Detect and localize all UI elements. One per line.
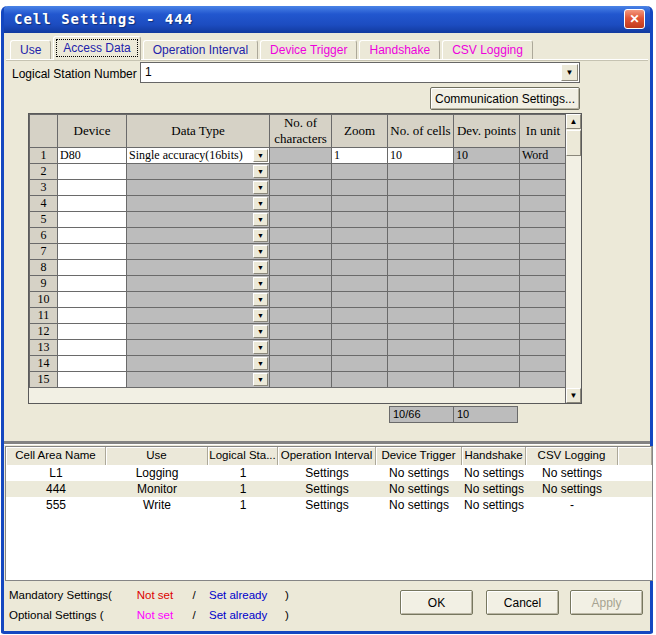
row-number-cell[interactable]: 12 xyxy=(30,324,58,340)
zoom-cell[interactable] xyxy=(332,324,388,340)
device-cell[interactable] xyxy=(58,292,127,308)
data-type-dropdown-button[interactable]: ▼ xyxy=(253,293,268,306)
row-number-cell[interactable]: 4 xyxy=(30,196,58,212)
row-number-cell[interactable]: 5 xyxy=(30,212,58,228)
no-of-cells-cell[interactable] xyxy=(388,356,454,372)
data-type-cell[interactable]: ▼ xyxy=(127,244,270,260)
data-type-dropdown-button[interactable]: ▼ xyxy=(253,149,268,162)
device-cell[interactable] xyxy=(58,356,127,372)
data-type-dropdown-button[interactable]: ▼ xyxy=(253,197,268,210)
zoom-cell[interactable] xyxy=(332,244,388,260)
list-row[interactable]: 555Write1SettingsNo settingsNo settings- xyxy=(6,497,652,513)
no-of-cells-cell[interactable] xyxy=(388,340,454,356)
zoom-cell[interactable] xyxy=(332,340,388,356)
no-of-cells-cell[interactable]: 10 xyxy=(388,148,454,164)
row-number-cell[interactable]: 13 xyxy=(30,340,58,356)
ok-button[interactable]: OK xyxy=(400,590,473,615)
zoom-cell[interactable] xyxy=(332,196,388,212)
list-column-header[interactable]: Device Trigger xyxy=(376,447,462,465)
logical-station-number-combo[interactable]: 1 ▼ xyxy=(140,62,580,83)
no-of-cells-cell[interactable] xyxy=(388,324,454,340)
no-of-cells-cell[interactable] xyxy=(388,228,454,244)
row-number-cell[interactable]: 7 xyxy=(30,244,58,260)
tab-csv-logging[interactable]: CSV Logging xyxy=(442,40,533,60)
device-cell[interactable] xyxy=(58,196,127,212)
data-type-cell[interactable]: ▼ xyxy=(127,212,270,228)
device-cell[interactable] xyxy=(58,372,127,388)
scroll-down-button[interactable]: ▼ xyxy=(566,388,581,403)
list-column-header[interactable]: Logical Sta... xyxy=(208,447,278,465)
data-type-dropdown-button[interactable]: ▼ xyxy=(253,325,268,338)
no-of-cells-cell[interactable] xyxy=(388,212,454,228)
zoom-cell[interactable] xyxy=(332,308,388,324)
list-column-header[interactable]: CSV Logging xyxy=(526,447,618,465)
list-column-header[interactable]: Operation Interval xyxy=(278,447,376,465)
data-type-dropdown-button[interactable]: ▼ xyxy=(253,309,268,322)
zoom-cell[interactable] xyxy=(332,292,388,308)
combo-dropdown-button[interactable]: ▼ xyxy=(561,64,578,81)
device-cell[interactable] xyxy=(58,212,127,228)
data-type-dropdown-button[interactable]: ▼ xyxy=(253,245,268,258)
list-column-header[interactable]: Use xyxy=(106,447,208,465)
data-type-cell[interactable]: ▼ xyxy=(127,292,270,308)
no-of-cells-cell[interactable] xyxy=(388,196,454,212)
device-cell[interactable] xyxy=(58,180,127,196)
row-number-cell[interactable]: 10 xyxy=(30,292,58,308)
zoom-cell[interactable]: 1 xyxy=(332,148,388,164)
data-type-cell[interactable]: ▼ xyxy=(127,372,270,388)
row-number-cell[interactable]: 6 xyxy=(30,228,58,244)
no-of-cells-cell[interactable] xyxy=(388,372,454,388)
no-of-cells-cell[interactable] xyxy=(388,292,454,308)
data-type-dropdown-button[interactable]: ▼ xyxy=(253,213,268,226)
data-type-dropdown-button[interactable]: ▼ xyxy=(253,373,268,386)
close-button[interactable]: ✕ xyxy=(624,9,645,29)
data-type-cell[interactable]: ▼ xyxy=(127,276,270,292)
tab-use[interactable]: Use xyxy=(10,40,51,60)
data-type-dropdown-button[interactable]: ▼ xyxy=(253,229,268,242)
list-column-header[interactable]: Handshake xyxy=(462,447,526,465)
data-type-cell[interactable]: ▼ xyxy=(127,228,270,244)
data-type-cell[interactable]: ▼ xyxy=(127,196,270,212)
data-type-cell[interactable]: ▼ xyxy=(127,308,270,324)
no-of-cells-cell[interactable] xyxy=(388,276,454,292)
data-type-dropdown-button[interactable]: ▼ xyxy=(253,261,268,274)
cancel-button[interactable]: Cancel xyxy=(486,590,559,615)
data-type-dropdown-button[interactable]: ▼ xyxy=(253,181,268,194)
device-cell[interactable]: D80 xyxy=(58,148,127,164)
row-number-cell[interactable]: 2 xyxy=(30,164,58,180)
row-number-cell[interactable]: 15 xyxy=(30,372,58,388)
device-cell[interactable] xyxy=(58,244,127,260)
device-cell[interactable] xyxy=(58,260,127,276)
tab-handshake[interactable]: Handshake xyxy=(359,40,440,60)
data-type-cell[interactable]: ▼ xyxy=(127,340,270,356)
row-number-cell[interactable]: 1 xyxy=(30,148,58,164)
device-cell[interactable] xyxy=(58,164,127,180)
zoom-cell[interactable] xyxy=(332,276,388,292)
zoom-cell[interactable] xyxy=(332,260,388,276)
list-row[interactable]: L1Logging1SettingsNo settingsNo settings… xyxy=(6,465,652,481)
zoom-cell[interactable] xyxy=(332,372,388,388)
device-cell[interactable] xyxy=(58,324,127,340)
tab-access-data[interactable]: Access Data xyxy=(53,36,140,60)
zoom-cell[interactable] xyxy=(332,356,388,372)
no-of-cells-cell[interactable] xyxy=(388,260,454,276)
row-number-cell[interactable]: 8 xyxy=(30,260,58,276)
data-type-cell[interactable]: ▼ xyxy=(127,324,270,340)
scroll-up-button[interactable]: ▲ xyxy=(566,114,581,129)
data-type-cell[interactable]: ▼ xyxy=(127,356,270,372)
zoom-cell[interactable] xyxy=(332,164,388,180)
tab-device-trigger[interactable]: Device Trigger xyxy=(260,40,357,60)
list-column-header[interactable]: Cell Area Name xyxy=(6,447,106,465)
data-type-cell[interactable]: ▼ xyxy=(127,180,270,196)
communication-settings-button[interactable]: Communication Settings... xyxy=(430,87,580,110)
row-number-cell[interactable]: 11 xyxy=(30,308,58,324)
data-type-cell[interactable]: ▼ xyxy=(127,164,270,180)
data-type-cell[interactable]: Single accuracy(16bits)▼ xyxy=(127,148,270,164)
data-type-cell[interactable]: ▼ xyxy=(127,260,270,276)
row-number-cell[interactable]: 14 xyxy=(30,356,58,372)
device-cell[interactable] xyxy=(58,340,127,356)
row-number-cell[interactable]: 9 xyxy=(30,276,58,292)
zoom-cell[interactable] xyxy=(332,180,388,196)
data-type-dropdown-button[interactable]: ▼ xyxy=(253,357,268,370)
no-of-cells-cell[interactable] xyxy=(388,308,454,324)
